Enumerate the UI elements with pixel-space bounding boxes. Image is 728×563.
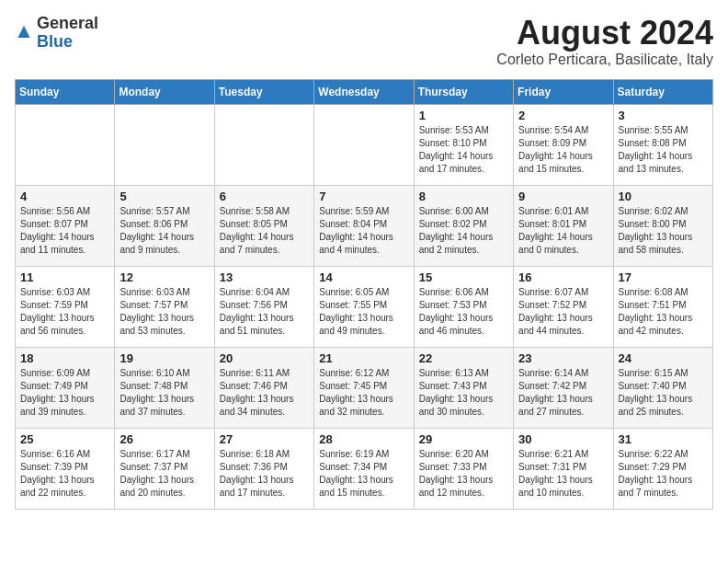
day-number: 30 bbox=[518, 432, 608, 446]
day-info: Sunrise: 5:56 AMSunset: 8:07 PMDaylight:… bbox=[20, 205, 109, 257]
day-info: Sunrise: 6:00 AMSunset: 8:02 PMDaylight:… bbox=[419, 205, 508, 257]
day-number: 2 bbox=[518, 109, 608, 122]
calendar-cell: 22Sunrise: 6:13 AMSunset: 7:43 PMDayligh… bbox=[414, 347, 513, 428]
calendar-cell: 5Sunrise: 5:57 AMSunset: 8:06 PMDaylight… bbox=[115, 185, 214, 266]
calendar-cell: 2Sunrise: 5:54 AMSunset: 8:09 PMDaylight… bbox=[514, 104, 613, 185]
day-number: 11 bbox=[20, 270, 109, 284]
calendar-cell: 17Sunrise: 6:08 AMSunset: 7:51 PMDayligh… bbox=[613, 266, 712, 347]
day-number: 16 bbox=[518, 270, 608, 284]
day-info: Sunrise: 5:55 AMSunset: 8:08 PMDaylight:… bbox=[619, 124, 708, 176]
calendar-cell: 20Sunrise: 6:11 AMSunset: 7:46 PMDayligh… bbox=[214, 347, 313, 428]
weekday-header-saturday: Saturday bbox=[613, 79, 712, 104]
calendar-cell: 12Sunrise: 6:03 AMSunset: 7:57 PMDayligh… bbox=[115, 266, 214, 347]
day-number: 13 bbox=[220, 270, 309, 284]
calendar-cell: 31Sunrise: 6:22 AMSunset: 7:29 PMDayligh… bbox=[613, 428, 712, 509]
weekday-header-friday: Friday bbox=[514, 79, 613, 104]
day-info: Sunrise: 6:17 AMSunset: 7:37 PMDaylight:… bbox=[119, 448, 209, 500]
weekday-header-sunday: Sunday bbox=[16, 79, 115, 104]
calendar-cell: 21Sunrise: 6:12 AMSunset: 7:45 PMDayligh… bbox=[314, 347, 414, 428]
day-info: Sunrise: 6:22 AMSunset: 7:29 PMDaylight:… bbox=[619, 448, 708, 500]
day-info: Sunrise: 6:08 AMSunset: 7:51 PMDaylight:… bbox=[619, 286, 708, 338]
day-info: Sunrise: 5:57 AMSunset: 8:06 PMDaylight:… bbox=[119, 205, 209, 257]
day-number: 31 bbox=[619, 432, 708, 446]
day-number: 25 bbox=[20, 432, 109, 446]
day-number: 9 bbox=[518, 190, 608, 203]
location: Corleto Perticara, Basilicate, Italy bbox=[496, 52, 713, 68]
calendar-cell: 8Sunrise: 6:00 AMSunset: 8:02 PMDaylight… bbox=[414, 185, 513, 266]
day-info: Sunrise: 6:13 AMSunset: 7:43 PMDaylight:… bbox=[419, 367, 508, 419]
day-number: 23 bbox=[518, 351, 608, 365]
calendar-cell: 19Sunrise: 6:10 AMSunset: 7:48 PMDayligh… bbox=[115, 347, 214, 428]
calendar-cell bbox=[16, 104, 115, 185]
calendar-cell: 6Sunrise: 5:58 AMSunset: 8:05 PMDaylight… bbox=[214, 185, 313, 266]
calendar-cell bbox=[115, 104, 214, 185]
calendar-cell: 1Sunrise: 5:53 AMSunset: 8:10 PMDaylight… bbox=[414, 104, 513, 185]
day-number: 27 bbox=[220, 432, 309, 446]
day-info: Sunrise: 5:58 AMSunset: 8:05 PMDaylight:… bbox=[220, 205, 309, 257]
calendar-cell: 14Sunrise: 6:05 AMSunset: 7:55 PMDayligh… bbox=[314, 266, 414, 347]
calendar-cell: 13Sunrise: 6:04 AMSunset: 7:56 PMDayligh… bbox=[214, 266, 313, 347]
day-number: 17 bbox=[619, 270, 708, 284]
day-info: Sunrise: 6:11 AMSunset: 7:46 PMDaylight:… bbox=[220, 367, 309, 419]
calendar-cell: 15Sunrise: 6:06 AMSunset: 7:53 PMDayligh… bbox=[414, 266, 513, 347]
calendar-week-1: 1Sunrise: 5:53 AMSunset: 8:10 PMDaylight… bbox=[16, 104, 713, 185]
calendar-week-5: 25Sunrise: 6:16 AMSunset: 7:39 PMDayligh… bbox=[16, 428, 713, 509]
day-number: 21 bbox=[319, 351, 408, 365]
day-info: Sunrise: 5:54 AMSunset: 8:09 PMDaylight:… bbox=[518, 124, 608, 176]
day-number: 12 bbox=[119, 270, 209, 284]
calendar-cell: 16Sunrise: 6:07 AMSunset: 7:52 PMDayligh… bbox=[514, 266, 613, 347]
day-number: 26 bbox=[119, 432, 209, 446]
day-number: 6 bbox=[220, 190, 309, 203]
day-number: 7 bbox=[319, 190, 408, 203]
calendar-cell: 3Sunrise: 5:55 AMSunset: 8:08 PMDaylight… bbox=[613, 104, 712, 185]
calendar-cell: 10Sunrise: 6:02 AMSunset: 8:00 PMDayligh… bbox=[613, 185, 712, 266]
day-info: Sunrise: 6:16 AMSunset: 7:39 PMDaylight:… bbox=[20, 448, 109, 500]
day-info: Sunrise: 6:14 AMSunset: 7:42 PMDaylight:… bbox=[518, 367, 608, 419]
day-info: Sunrise: 5:59 AMSunset: 8:04 PMDaylight:… bbox=[319, 205, 408, 257]
calendar-cell bbox=[314, 104, 414, 185]
calendar-week-4: 18Sunrise: 6:09 AMSunset: 7:49 PMDayligh… bbox=[16, 347, 713, 428]
day-info: Sunrise: 6:02 AMSunset: 8:00 PMDaylight:… bbox=[619, 205, 708, 257]
logo-icon bbox=[15, 24, 33, 42]
title-block: August 2024 Corleto Perticara, Basilicat… bbox=[496, 15, 713, 68]
day-number: 8 bbox=[419, 190, 508, 203]
logo-general: General bbox=[37, 14, 98, 32]
month-year: August 2024 bbox=[496, 15, 713, 52]
calendar-cell: 28Sunrise: 6:19 AMSunset: 7:34 PMDayligh… bbox=[314, 428, 414, 509]
calendar-cell: 9Sunrise: 6:01 AMSunset: 8:01 PMDaylight… bbox=[514, 185, 613, 266]
weekday-header-thursday: Thursday bbox=[414, 79, 513, 104]
day-number: 22 bbox=[419, 351, 508, 365]
logo: General Blue bbox=[15, 15, 98, 52]
day-info: Sunrise: 6:18 AMSunset: 7:36 PMDaylight:… bbox=[220, 448, 309, 500]
calendar-cell: 25Sunrise: 6:16 AMSunset: 7:39 PMDayligh… bbox=[16, 428, 115, 509]
day-info: Sunrise: 5:53 AMSunset: 8:10 PMDaylight:… bbox=[419, 124, 508, 176]
day-number: 10 bbox=[619, 190, 708, 203]
day-number: 4 bbox=[20, 190, 109, 203]
day-number: 19 bbox=[119, 351, 209, 365]
calendar-week-2: 4Sunrise: 5:56 AMSunset: 8:07 PMDaylight… bbox=[16, 185, 713, 266]
day-info: Sunrise: 6:15 AMSunset: 7:40 PMDaylight:… bbox=[619, 367, 708, 419]
day-number: 29 bbox=[419, 432, 508, 446]
day-info: Sunrise: 6:19 AMSunset: 7:34 PMDaylight:… bbox=[319, 448, 408, 500]
day-info: Sunrise: 6:01 AMSunset: 8:01 PMDaylight:… bbox=[518, 205, 608, 257]
calendar-cell: 7Sunrise: 5:59 AMSunset: 8:04 PMDaylight… bbox=[314, 185, 414, 266]
day-info: Sunrise: 6:04 AMSunset: 7:56 PMDaylight:… bbox=[220, 286, 309, 338]
day-number: 14 bbox=[319, 270, 408, 284]
calendar-cell: 11Sunrise: 6:03 AMSunset: 7:59 PMDayligh… bbox=[16, 266, 115, 347]
calendar-table: SundayMondayTuesdayWednesdayThursdayFrid… bbox=[15, 79, 713, 510]
day-info: Sunrise: 6:06 AMSunset: 7:53 PMDaylight:… bbox=[419, 286, 508, 338]
weekday-header-monday: Monday bbox=[115, 79, 214, 104]
calendar-cell bbox=[214, 104, 313, 185]
day-number: 1 bbox=[419, 109, 508, 122]
logo-text: General Blue bbox=[37, 15, 98, 52]
day-number: 20 bbox=[220, 351, 309, 365]
day-number: 24 bbox=[619, 351, 708, 365]
weekday-header-tuesday: Tuesday bbox=[214, 79, 313, 104]
day-number: 18 bbox=[20, 351, 109, 365]
logo-blue: Blue bbox=[37, 32, 73, 51]
day-info: Sunrise: 6:03 AMSunset: 7:57 PMDaylight:… bbox=[119, 286, 209, 338]
calendar-cell: 29Sunrise: 6:20 AMSunset: 7:33 PMDayligh… bbox=[414, 428, 513, 509]
day-number: 28 bbox=[319, 432, 408, 446]
day-info: Sunrise: 6:07 AMSunset: 7:52 PMDaylight:… bbox=[518, 286, 608, 338]
day-number: 5 bbox=[119, 190, 209, 203]
